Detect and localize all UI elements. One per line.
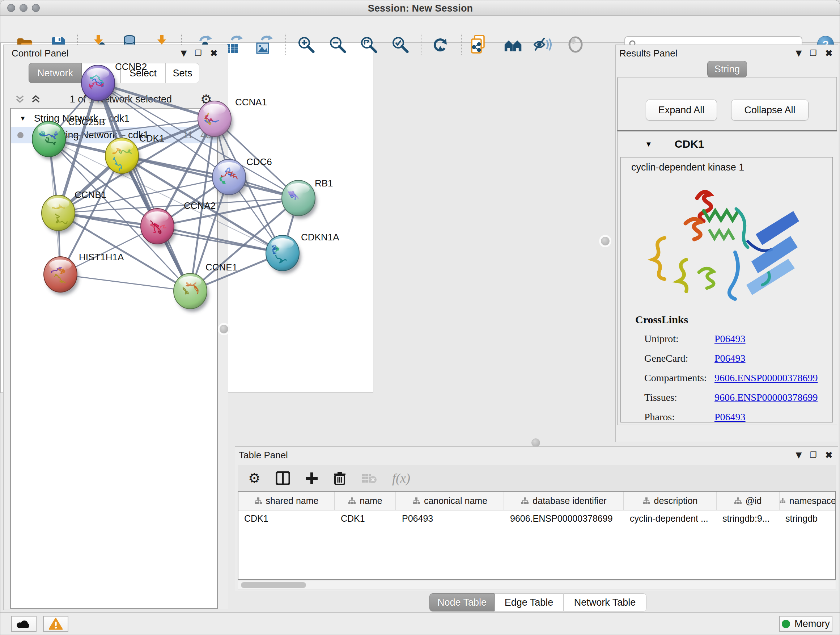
results-panel: Results Panel ▼ ❐ ✖ String Expand All Co…	[615, 44, 838, 442]
table-options-gear-icon[interactable]: ⚙	[248, 470, 261, 486]
table-toolbar: ⚙ f(x)	[238, 465, 836, 491]
node-label: CDK1	[139, 133, 164, 144]
tab-network-table[interactable]: Network Table	[563, 593, 646, 611]
warnings-button[interactable]	[43, 616, 68, 632]
toolbar-separator	[461, 34, 462, 55]
network-node-CDKN1A[interactable]: CDKN1A	[266, 232, 339, 274]
hide-glyphs-icon[interactable]	[534, 35, 553, 54]
column-header-name[interactable]: name	[335, 492, 396, 510]
table-horizontal-scrollbar[interactable]	[238, 581, 836, 589]
refresh-icon[interactable]	[431, 35, 450, 54]
crosslink-link[interactable]: 9606.ENSP00000378699	[714, 392, 818, 403]
crosslink-label: Pharos:	[644, 411, 714, 423]
crosslink-link[interactable]: P06493	[714, 411, 745, 423]
node-label: CDC25B	[68, 117, 105, 127]
crosslink-row: Pharos:P06493	[644, 407, 825, 427]
column-header-label: shared name	[266, 496, 319, 506]
network-node-CCNA1[interactable]: CCNA1	[198, 97, 267, 139]
network-node-RB1[interactable]: RB1	[282, 178, 333, 219]
node-label: CCNA2	[184, 200, 216, 211]
column-header-@id[interactable]: @id	[717, 492, 780, 510]
column-header-label: name	[360, 496, 382, 506]
zoom-selected-icon[interactable]	[391, 35, 409, 54]
network-view-panel: CCNB2CCNA1CDC25BCDK1CDC6RB1CCNB1CCNA2CDK…	[0, 0, 373, 393]
column-header-shared-name[interactable]: shared name	[238, 492, 335, 510]
crosslink-row: Uniprot:P06493	[644, 329, 825, 348]
show-columns-icon[interactable]	[276, 471, 290, 485]
column-header-description[interactable]: description	[624, 492, 717, 510]
network-node-CDC6[interactable]: CDC6	[212, 157, 272, 198]
table-panel-title: Table Panel	[239, 450, 288, 461]
expand-all-button[interactable]: Expand All	[646, 100, 717, 120]
memory-label: Memory	[794, 618, 830, 630]
table-cell: P06493	[396, 513, 504, 524]
network-node-CCNE1[interactable]: CCNE1	[174, 262, 237, 312]
protein-detail-box: cyclin-dependent kinase 1	[621, 157, 833, 423]
network-node-HIST1H1A[interactable]: HIST1H1A	[44, 252, 124, 295]
panel-close-icon[interactable]: ✖	[825, 450, 833, 460]
column-header-label: description	[654, 496, 698, 506]
table-cell: stringdb:9...	[717, 513, 780, 524]
column-header-database-identifier[interactable]: database identifier	[504, 492, 624, 510]
protein-results-list: ▼ CDK1 cyclin-dependent kinase 1	[617, 130, 837, 425]
delete-table-icon[interactable]	[361, 472, 377, 484]
add-column-icon[interactable]	[305, 472, 318, 485]
table-cell: 9606.ENSP00000378699	[504, 513, 624, 524]
network-from-clipboard-icon[interactable]	[469, 35, 488, 54]
delete-column-icon[interactable]	[333, 471, 346, 485]
table-cell: stringdb	[780, 513, 836, 524]
cloud-button[interactable]	[11, 616, 36, 632]
tab-edge-table[interactable]: Edge Table	[494, 593, 563, 611]
table-tabs-bar: Node Table Edge Table Network Table	[429, 593, 646, 611]
crosslink-label: Compartments:	[644, 372, 714, 384]
protein-structure-image	[643, 176, 812, 310]
table-cell: CDK1	[238, 513, 335, 524]
node-label: HIST1H1A	[79, 252, 124, 263]
network-node-CDC25B[interactable]: CDC25B	[32, 117, 105, 160]
node-label: RB1	[315, 178, 333, 188]
home-networks-icon[interactable]	[504, 35, 523, 54]
tab-string[interactable]: String	[707, 61, 747, 78]
panel-float-icon[interactable]: ❐	[810, 49, 817, 57]
collapse-all-button[interactable]: Collapse All	[731, 100, 808, 120]
right-splitter-handle[interactable]	[601, 237, 609, 245]
column-header-canonical-name[interactable]: canonical name	[396, 492, 504, 510]
crosslink-link[interactable]: P06493	[714, 333, 745, 345]
node-label: CDC6	[246, 157, 272, 167]
node-label: CCNB2	[115, 61, 147, 72]
network-edge	[157, 226, 283, 253]
memory-button[interactable]: Memory	[779, 616, 832, 632]
show-hide-panel-icon[interactable]	[566, 35, 585, 54]
crosslink-link[interactable]: P06493	[714, 353, 745, 364]
warning-icon	[49, 618, 63, 630]
panel-float-icon[interactable]: ❐	[810, 451, 817, 459]
crosslink-row: Tissues:9606.ENSP00000378699	[644, 388, 825, 407]
protein-description: cyclin-dependent kinase 1	[631, 162, 744, 173]
table-header-row: shared namenamecanonical namedatabase id…	[238, 492, 835, 510]
network-node-CCNB2[interactable]: CCNB2	[81, 61, 147, 103]
crosslinks-title: CrossLinks	[635, 314, 688, 326]
tab-node-table[interactable]: Node Table	[429, 593, 494, 611]
function-builder-icon[interactable]: f(x)	[392, 470, 410, 486]
protein-name: CDK1	[675, 138, 704, 150]
network-node-CCNB1[interactable]: CCNB1	[42, 189, 106, 233]
protein-expander-icon[interactable]: ▼	[645, 140, 652, 149]
results-panel-title: Results Panel	[619, 48, 677, 59]
crosslink-label: Tissues:	[644, 392, 714, 403]
status-bar: Memory	[0, 612, 840, 635]
node-table: shared namenamecanonical namedatabase id…	[238, 491, 836, 580]
crosslink-row: Compartments:9606.ENSP00000378699	[644, 368, 825, 388]
scrollbar-thumb[interactable]	[241, 582, 306, 588]
crosslink-link[interactable]: 9606.ENSP00000378699	[714, 372, 818, 384]
table-row[interactable]: CDK1CDK1P064939606.ENSP00000378699cyclin…	[238, 510, 835, 526]
panel-menu-icon[interactable]: ▼	[796, 451, 802, 459]
network-edge	[60, 274, 190, 291]
panel-menu-icon[interactable]: ▼	[796, 49, 802, 57]
panel-close-icon[interactable]: ✖	[825, 49, 833, 58]
left-splitter-handle[interactable]	[219, 325, 228, 333]
node-label: CDKN1A	[301, 232, 339, 242]
column-header-namespace[interactable]: namespace	[780, 492, 836, 510]
network-edge	[122, 156, 298, 198]
network-graph-canvas[interactable]: CCNB2CCNA1CDC25BCDK1CDC6RB1CCNB1CCNA2CDK…	[0, 0, 373, 372]
horizontal-splitter-handle[interactable]	[531, 439, 540, 447]
